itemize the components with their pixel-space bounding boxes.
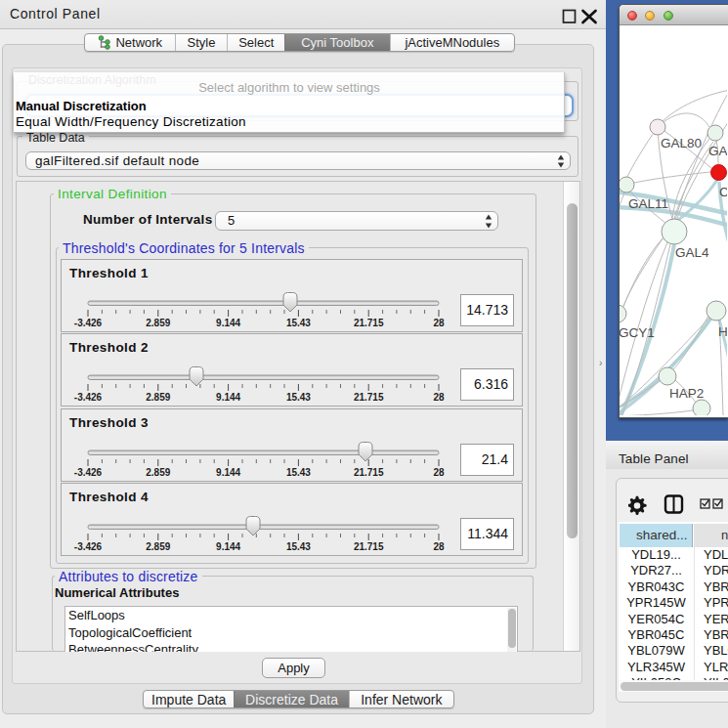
svg-text:2.859: 2.859 — [146, 392, 170, 403]
svg-text:28: 28 — [433, 541, 445, 552]
svg-text:2.859: 2.859 — [146, 467, 170, 478]
svg-text:21.715: 21.715 — [354, 318, 384, 328]
svg-text:HAP2: HAP2 — [669, 386, 704, 401]
svg-text:15.43: 15.43 — [286, 392, 311, 403]
svg-text:-3.426: -3.426 — [74, 318, 103, 328]
svg-text:-3.426: -3.426 — [74, 541, 103, 552]
svg-text:28: 28 — [433, 467, 445, 478]
svg-text:28: 28 — [433, 318, 445, 328]
svg-text:15.43: 15.43 — [286, 467, 311, 478]
svg-text:15.43: 15.43 — [286, 318, 311, 328]
svg-text:-3.426: -3.426 — [74, 392, 103, 403]
svg-text:GAL11: GAL11 — [628, 196, 668, 211]
svg-text:GCY1: GCY1 — [620, 325, 655, 340]
svg-text:21.715: 21.715 — [354, 467, 384, 478]
svg-text:9.144: 9.144 — [216, 541, 240, 552]
svg-text:H: H — [718, 324, 727, 339]
svg-text:GAL4: GAL4 — [675, 245, 709, 260]
svg-text:GAL: GAL — [708, 144, 727, 158]
svg-text:2.859: 2.859 — [146, 541, 170, 552]
svg-text:CD: CD — [719, 185, 727, 199]
svg-text:9.144: 9.144 — [216, 467, 240, 478]
svg-text:GAL80: GAL80 — [661, 136, 702, 150]
svg-text:21.715: 21.715 — [354, 392, 384, 403]
svg-text:-3.426: -3.426 — [74, 467, 103, 478]
svg-text:9.144: 9.144 — [216, 318, 240, 328]
svg-text:2.859: 2.859 — [146, 318, 170, 328]
svg-text:28: 28 — [433, 392, 445, 403]
svg-text:15.43: 15.43 — [286, 541, 311, 552]
svg-text:21.715: 21.715 — [354, 541, 384, 552]
svg-text:9.144: 9.144 — [216, 392, 240, 403]
